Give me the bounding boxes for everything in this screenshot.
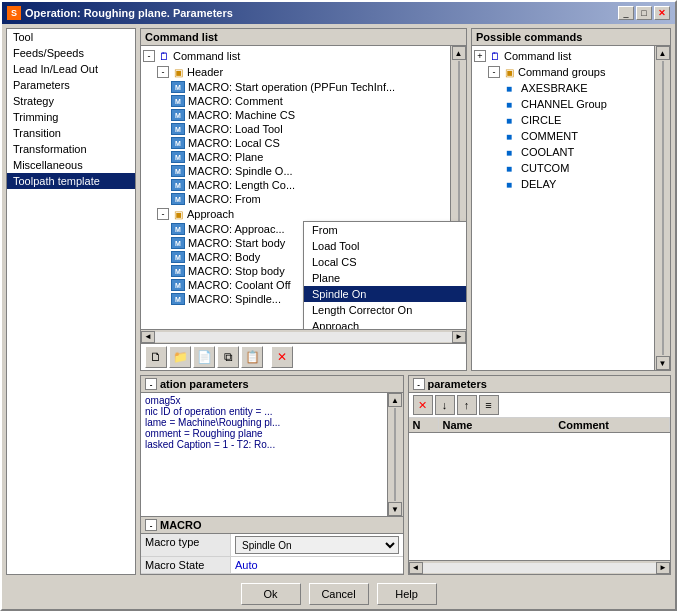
pc-coolant[interactable]: ■ COOLANT bbox=[474, 144, 652, 160]
hscroll-track[interactable] bbox=[155, 332, 452, 342]
sidebar-item-transition[interactable]: Transition bbox=[7, 125, 135, 141]
pc-root[interactable]: + 🗒 Command list bbox=[474, 48, 652, 64]
tree-macro-9-label: MACRO: From bbox=[188, 193, 261, 205]
cancel-button[interactable]: Cancel bbox=[309, 583, 369, 605]
sidebar-item-trimming[interactable]: Trimming bbox=[7, 109, 135, 125]
macro-section: - MACRO Macro type Spindle On bbox=[141, 516, 403, 574]
pc-expand-root[interactable]: + bbox=[474, 50, 486, 62]
pc-scroll-down[interactable]: ▼ bbox=[656, 356, 670, 370]
pc-item-icon-5: ■ bbox=[502, 145, 516, 159]
possible-commands-tree[interactable]: + 🗒 Command list - ▣ Command groups bbox=[472, 46, 654, 370]
tree-approach-group[interactable]: - ▣ Approach bbox=[143, 206, 448, 222]
pc-item-icon-1: ■ bbox=[502, 81, 516, 95]
pc-item-5: COOLANT bbox=[521, 146, 574, 158]
content-area: Tool Feeds/Speeds Lead In/Lead Out Param… bbox=[2, 24, 675, 579]
pc-comment[interactable]: ■ COMMENT bbox=[474, 128, 652, 144]
expand-header[interactable]: - bbox=[157, 66, 169, 78]
params-hscroll-right[interactable]: ► bbox=[656, 562, 670, 574]
tree-root[interactable]: - 🗒 Command list bbox=[143, 48, 448, 64]
op-scroll-up[interactable]: ▲ bbox=[388, 393, 402, 407]
pc-delay[interactable]: ■ DELAY bbox=[474, 176, 652, 192]
params-hscroll-left[interactable]: ◄ bbox=[409, 562, 423, 574]
toolbar-paste-btn[interactable]: 📋 bbox=[241, 346, 263, 368]
tree-macro-6[interactable]: M MACRO: Plane bbox=[143, 150, 448, 164]
hscroll-right[interactable]: ► bbox=[452, 331, 466, 343]
toolbar-add-btn[interactable]: 🗋 bbox=[145, 346, 167, 368]
macro-expand[interactable]: - bbox=[145, 519, 157, 531]
menu-item-plane[interactable]: Plane bbox=[304, 270, 466, 286]
tree-macro-8-label: MACRO: Length Co... bbox=[188, 179, 295, 191]
op-params-expand[interactable]: - bbox=[145, 378, 157, 390]
sidebar-item-strategy[interactable]: Strategy bbox=[7, 93, 135, 109]
window-title: Operation: Roughing plane. Parameters bbox=[25, 7, 233, 19]
tree-macro-8[interactable]: M MACRO: Length Co... bbox=[143, 178, 448, 192]
macro-icon-1: M bbox=[171, 81, 185, 93]
top-area: Command list - 🗒 Command list - bbox=[140, 28, 671, 371]
pc-cutcom[interactable]: ■ CUTCOM bbox=[474, 160, 652, 176]
params-table-body bbox=[409, 433, 671, 560]
macro-header: - MACRO bbox=[141, 517, 403, 534]
op-params-line-1: omag5x bbox=[145, 395, 383, 406]
pc-axesbrake[interactable]: ■ AXESBRAKE bbox=[474, 80, 652, 96]
menu-item-approach[interactable]: Approach bbox=[304, 318, 466, 329]
sidebar-item-toolpath[interactable]: Toolpath template bbox=[7, 173, 135, 189]
macro-type-select[interactable]: Spindle On bbox=[235, 536, 399, 554]
pc-item-icon-7: ■ bbox=[502, 177, 516, 191]
pc-scroll-up[interactable]: ▲ bbox=[656, 46, 670, 60]
parameters-panel: - parameters ✕ ↓ ↑ ≡ N Name Comment bbox=[408, 375, 672, 575]
tree-header-group[interactable]: - ▣ Header bbox=[143, 64, 448, 80]
tree-macro-3[interactable]: M MACRO: Machine CS bbox=[143, 108, 448, 122]
pc-expand-groups[interactable]: - bbox=[488, 66, 500, 78]
op-params-line-2: nic ID of operation entity = ... bbox=[145, 406, 383, 417]
help-button[interactable]: Help bbox=[377, 583, 437, 605]
menu-item-spindle-on[interactable]: Spindle On bbox=[304, 286, 466, 302]
hscroll-left[interactable]: ◄ bbox=[141, 331, 155, 343]
sidebar-item-tool[interactable]: Tool bbox=[7, 29, 135, 45]
pc-item-icon-6: ■ bbox=[502, 161, 516, 175]
op-scroll-track[interactable] bbox=[394, 408, 396, 501]
menu-item-load-tool[interactable]: Load Tool bbox=[304, 238, 466, 254]
expand-approach[interactable]: - bbox=[157, 208, 169, 220]
params-down-btn[interactable]: ↓ bbox=[435, 395, 455, 415]
params-hscroll: ◄ ► bbox=[409, 560, 671, 574]
expand-icon[interactable]: - bbox=[143, 50, 155, 62]
params-delete-btn[interactable]: ✕ bbox=[413, 395, 433, 415]
params-list-btn[interactable]: ≡ bbox=[479, 395, 499, 415]
toolbar-delete-btn[interactable]: ✕ bbox=[271, 346, 293, 368]
pc-groups[interactable]: - ▣ Command groups bbox=[474, 64, 652, 80]
op-params-line-3: lame = Machine\Roughing pl... bbox=[145, 417, 383, 428]
close-button[interactable]: ✕ bbox=[654, 6, 670, 20]
macro-icon-3: M bbox=[171, 109, 185, 121]
pc-channel[interactable]: ■ CHANNEL Group bbox=[474, 96, 652, 112]
sidebar-item-feeds[interactable]: Feeds/Speeds bbox=[7, 45, 135, 61]
toolbar-copy-btn[interactable]: ⧉ bbox=[217, 346, 239, 368]
sidebar-item-lead[interactable]: Lead In/Lead Out bbox=[7, 61, 135, 77]
minimize-button[interactable]: _ bbox=[618, 6, 634, 20]
macro-type-value: Spindle On bbox=[231, 534, 403, 556]
sidebar-item-parameters[interactable]: Parameters bbox=[7, 77, 135, 93]
sidebar-item-transformation[interactable]: Transformation bbox=[7, 141, 135, 157]
toolbar-folder-btn[interactable]: 📁 bbox=[169, 346, 191, 368]
pc-groups-label: Command groups bbox=[518, 66, 605, 78]
toolbar-page-btn[interactable]: 📄 bbox=[193, 346, 215, 368]
maximize-button[interactable]: □ bbox=[636, 6, 652, 20]
params-up-btn[interactable]: ↑ bbox=[457, 395, 477, 415]
tree-macro-1[interactable]: M MACRO: Start operation (PPFun TechInf.… bbox=[143, 80, 448, 94]
tree-macro-9[interactable]: M MACRO: From bbox=[143, 192, 448, 206]
menu-item-length-corr-on[interactable]: Length Corrector On bbox=[304, 302, 466, 318]
menu-item-local-cs[interactable]: Local CS bbox=[304, 254, 466, 270]
ok-button[interactable]: Ok bbox=[241, 583, 301, 605]
tree-macro-4[interactable]: M MACRO: Load Tool bbox=[143, 122, 448, 136]
bottom-area: - ation parameters omag5x nic ID of oper… bbox=[140, 375, 671, 575]
sidebar-item-miscellaneous[interactable]: Miscellaneous bbox=[7, 157, 135, 173]
pc-scroll-track[interactable] bbox=[662, 61, 664, 355]
scroll-up-btn[interactable]: ▲ bbox=[452, 46, 466, 60]
tree-macro-5[interactable]: M MACRO: Local CS bbox=[143, 136, 448, 150]
params-expand[interactable]: - bbox=[413, 378, 425, 390]
menu-item-from[interactable]: From bbox=[304, 222, 466, 238]
tree-macro-7[interactable]: M MACRO: Spindle O... bbox=[143, 164, 448, 178]
params-hscroll-track[interactable] bbox=[423, 563, 657, 573]
pc-circle[interactable]: ■ CIRCLE bbox=[474, 112, 652, 128]
op-scroll-down[interactable]: ▼ bbox=[388, 502, 402, 516]
tree-macro-2[interactable]: M MACRO: Comment bbox=[143, 94, 448, 108]
